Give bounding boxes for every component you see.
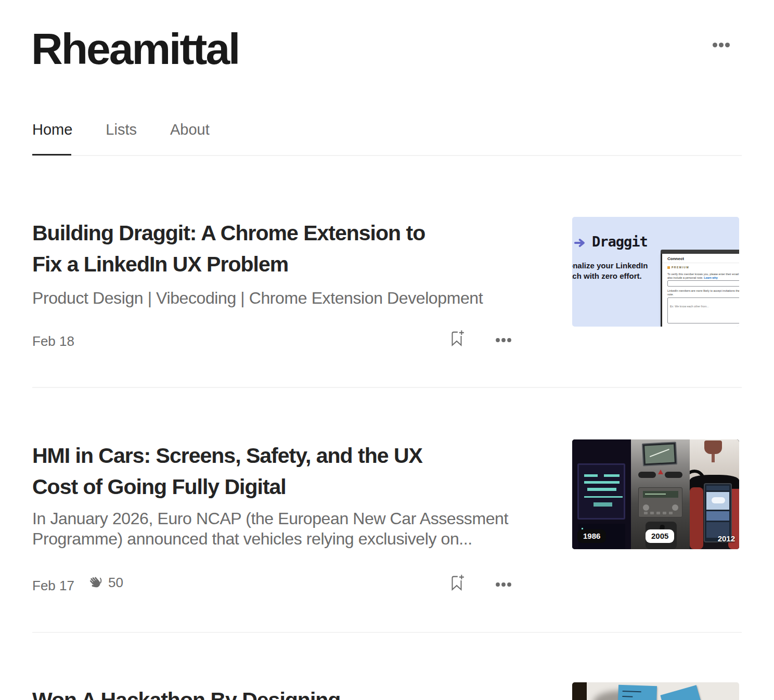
profile-tabs: Home Lists About xyxy=(32,121,210,138)
dot xyxy=(713,43,717,47)
textarea-placeholder: Ex: We know each other from... xyxy=(670,305,709,308)
profile-page: Rheamittal Home Lists About Building Dra… xyxy=(0,0,774,700)
article-thumbnail-car-dashboards[interactable]: 1986 2005 xyxy=(572,439,739,549)
body-line: To verify this member knows you, please … xyxy=(667,273,739,276)
sticky-note xyxy=(660,685,704,700)
profile-more-options-icon[interactable] xyxy=(713,43,731,47)
excerpt-line: In January 2026, Euro NCAP (the European… xyxy=(32,509,508,529)
cluster-graphic xyxy=(584,496,623,498)
article-date: Feb 17 xyxy=(32,578,74,594)
premium-label: PREMIUM xyxy=(672,266,689,269)
excerpt-line: Programme) announced that vehicles relyi… xyxy=(32,529,508,549)
cluster-graphic xyxy=(594,502,612,507)
sticky-note xyxy=(617,685,657,700)
radio-display-text xyxy=(645,494,666,495)
red-seat-left xyxy=(690,487,703,549)
radio-knob xyxy=(672,504,678,511)
dashboard-2012-panel: 2012 xyxy=(690,439,739,549)
article-meta-row: Feb 17 50 xyxy=(32,573,521,596)
handwriting xyxy=(622,696,633,697)
embedded-screenshot-edge xyxy=(661,250,739,254)
cluster-graphic xyxy=(584,474,598,477)
draggit-tagline-line: ach with zero effort. xyxy=(572,271,642,281)
tab-home[interactable]: Home xyxy=(32,121,72,138)
connect-modal-title: Connect xyxy=(667,256,684,261)
year-label-2012: 2012 xyxy=(718,534,735,543)
screen-header xyxy=(706,486,729,490)
email-field xyxy=(667,280,739,287)
active-tab-underline xyxy=(32,154,71,155)
year-badge-2005: 2005 xyxy=(646,529,674,543)
article-thumbnail-sticky-notes[interactable] xyxy=(572,682,739,700)
article-title[interactable]: Building Draggit: A Chrome Extension to … xyxy=(32,217,425,280)
dashboard-1986-panel: 1986 xyxy=(572,439,631,549)
hint-line: LinkedIn members are more likely to acce… xyxy=(667,289,739,293)
divider xyxy=(662,263,739,263)
nav-map xyxy=(644,445,675,464)
cluster-graphic xyxy=(584,481,620,484)
article-title-line: Won A Hackathon By Designing xyxy=(32,684,340,700)
bookmark-plus-icon[interactable] xyxy=(447,573,466,592)
clap-count: 50 xyxy=(108,575,123,591)
article-divider xyxy=(32,387,742,388)
sculpture-pole xyxy=(712,454,715,462)
premium-row: PREMIUM xyxy=(667,266,689,269)
draggit-logo: Draggit xyxy=(592,234,648,250)
nav-route xyxy=(650,449,669,457)
article-excerpt: In January 2026, Euro NCAP (the European… xyxy=(32,509,508,549)
article-subtitle: Product Design | Vibecoding | Chrome Ext… xyxy=(32,288,483,308)
article-date: Feb 18 xyxy=(32,333,74,349)
article-title-line: Fix a LinkedIn UX Problem xyxy=(32,249,425,280)
article-divider xyxy=(32,632,742,633)
radio-unit xyxy=(638,487,682,517)
bookmark-plus-icon[interactable] xyxy=(447,329,466,347)
cluster-graphic xyxy=(604,474,620,477)
screen-car-image xyxy=(706,492,729,510)
tabs-divider xyxy=(32,155,742,156)
body-line: also include a personal note. Learn why xyxy=(667,276,739,280)
article-more-options-icon[interactable] xyxy=(494,575,513,594)
learn-why-link: Learn why xyxy=(704,276,718,279)
hazard-button xyxy=(658,470,663,474)
radio-button xyxy=(656,512,660,514)
tab-lists[interactable]: Lists xyxy=(106,121,137,138)
tesla-touchscreen xyxy=(704,483,732,542)
article-more-options-icon[interactable] xyxy=(494,331,513,349)
car-silhouette xyxy=(712,497,725,503)
article-title-line: HMI in Cars: Screens, Safety, and the UX xyxy=(32,440,422,471)
linkedin-connect-modal: Connect PREMIUM To verify this member kn… xyxy=(661,254,739,327)
article-title[interactable]: Won A Hackathon By Designing xyxy=(32,684,340,700)
dot xyxy=(719,43,724,47)
clap-count-group[interactable]: 50 xyxy=(86,574,123,591)
crt-cluster-screen xyxy=(577,463,625,520)
sculpture xyxy=(704,440,722,454)
handwriting xyxy=(623,691,641,692)
clap-icon xyxy=(86,574,104,591)
note-textarea: Ex: We know each other from... xyxy=(667,297,739,323)
dot xyxy=(725,43,730,47)
connect-modal-body: To verify this member knows you, please … xyxy=(667,273,739,280)
radio-button xyxy=(644,512,648,514)
screen-tiles xyxy=(706,511,729,521)
article-title-line: Building Draggit: A Chrome Extension to xyxy=(32,217,425,249)
draggit-tagline-line: onalize your LinkedIn xyxy=(572,261,648,271)
radio-button xyxy=(669,512,673,514)
article-meta-row: Feb 18 xyxy=(32,329,521,352)
article-title[interactable]: HMI in Cars: Screens, Safety, and the UX… xyxy=(32,440,422,502)
air-vent xyxy=(638,472,656,478)
page-title: Rheamittal xyxy=(31,24,239,74)
connect-modal-hint: LinkedIn members are more likely to acce… xyxy=(667,289,739,296)
popup-nav-screen xyxy=(642,442,677,466)
cluster-graphic xyxy=(587,488,616,491)
tab-about[interactable]: About xyxy=(170,121,210,138)
hint-line: note. xyxy=(667,293,739,296)
radio-button xyxy=(663,512,666,514)
article-thumbnail-draggit[interactable]: Draggit onalize your LinkedIn ach with z… xyxy=(572,217,739,327)
radio-display xyxy=(643,491,678,498)
arrow-right-icon xyxy=(574,238,587,248)
air-vent xyxy=(665,472,682,478)
year-badge-1986: 1986 xyxy=(577,529,606,543)
premium-icon xyxy=(667,266,670,269)
radio-knob xyxy=(643,504,649,511)
body-text: also include a personal note. xyxy=(667,276,704,279)
